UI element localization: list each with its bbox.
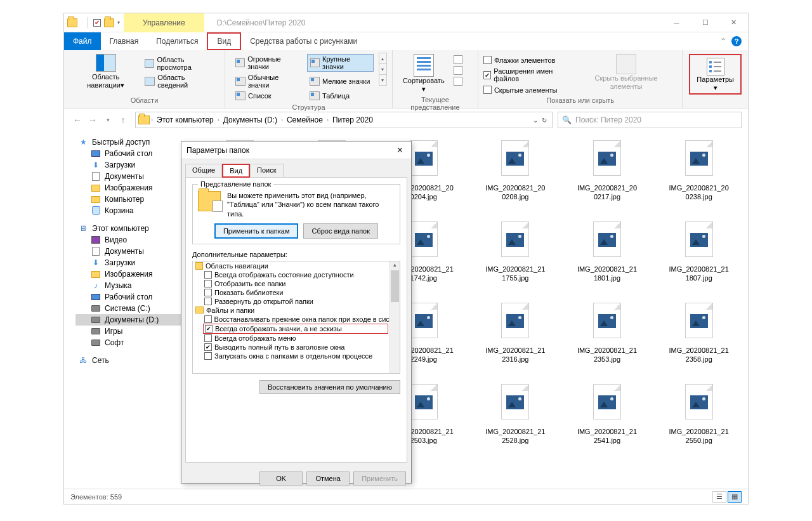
history-dropdown[interactable]: ▾ xyxy=(101,113,115,127)
dialog-titlebar[interactable]: Параметры папок ✕ xyxy=(181,142,411,159)
breadcrumb-segment[interactable]: Питер 2020 xyxy=(330,115,376,124)
group-by-button[interactable] xyxy=(454,55,462,64)
tree-soft[interactable]: Софт xyxy=(75,337,191,348)
ribbon-tab-view[interactable]: Вид xyxy=(207,32,241,50)
tab-search[interactable]: Поиск xyxy=(250,164,283,178)
address-bar[interactable]: › Этот компьютер › Документы (D:) › Семе… xyxy=(135,112,553,128)
ribbon-tab-file[interactable]: Файл xyxy=(64,32,101,50)
tree-desktop2[interactable]: Рабочий стол xyxy=(75,291,191,303)
tree-games[interactable]: Игры xyxy=(75,326,191,337)
tree-documents2[interactable]: Документы xyxy=(75,246,191,257)
layout-details-button[interactable]: Таблица xyxy=(307,91,374,101)
forward-button[interactable]: → xyxy=(86,113,100,127)
tree-computer[interactable]: Компьютер xyxy=(75,194,191,205)
file-item[interactable]: IMG_20200821_200208.jpg xyxy=(469,138,561,219)
chevron-right-icon[interactable]: › xyxy=(151,117,153,123)
maximize-button[interactable]: ☐ xyxy=(691,13,719,32)
minimize-button[interactable]: ─ xyxy=(662,13,691,32)
breadcrumb-segment[interactable]: Документы (D:) xyxy=(221,115,280,124)
adv-restore-prev[interactable]: Восстанавливать прежние окна папок при в… xyxy=(193,315,400,324)
layout-large-button[interactable]: Крупные значки xyxy=(307,54,374,72)
cancel-button[interactable]: Отмена xyxy=(306,472,350,485)
tree-downloads2[interactable]: ⬇Загрузки xyxy=(75,257,191,268)
scrollbar[interactable] xyxy=(390,261,400,373)
file-item[interactable]: IMG_20200821_212316.jpg xyxy=(469,300,561,381)
sort-by-button[interactable]: Сортировать▾ xyxy=(398,53,450,95)
folder-icon[interactable] xyxy=(67,18,77,28)
chevron-right-icon[interactable]: › xyxy=(327,117,329,123)
tab-general[interactable]: Общие xyxy=(185,164,222,178)
file-item[interactable]: IMG_20200821_211755.jpg xyxy=(469,219,561,300)
advanced-settings-tree[interactable]: Область навигации Всегда отображать сост… xyxy=(192,261,400,374)
tree-music[interactable]: ♪Музыка xyxy=(75,280,191,291)
adv-always-menus[interactable]: Всегда отображать меню xyxy=(193,334,400,343)
adv-files-folders[interactable]: Файлы и папки xyxy=(193,306,400,315)
file-item[interactable]: IMG_20200821_212528.jpg xyxy=(469,381,561,463)
file-item[interactable]: IMG_20200821_212353.jpg xyxy=(561,300,653,381)
navigation-tree[interactable]: ★Быстрый доступ Рабочий стол ⬇Загрузки Д… xyxy=(64,131,191,499)
tree-recycle[interactable]: Корзина xyxy=(75,205,191,216)
address-dropdown[interactable]: ⌄ xyxy=(533,117,538,124)
adv-full-path-title[interactable]: ✔Выводить полный путь в заголовке окна xyxy=(193,343,400,352)
icons-view-toggle[interactable]: ▦ xyxy=(728,491,742,503)
hidden-items-toggle[interactable]: Скрытые элементы xyxy=(483,85,575,95)
hide-selected-button[interactable]: Скрыть выбранные элементы xyxy=(575,53,678,92)
tree-this-pc[interactable]: 🖥Этот компьютер xyxy=(75,223,191,234)
file-item[interactable]: IMG_20200821_212550.jpg xyxy=(653,381,745,463)
adv-separate-process[interactable]: Запускать окна с папками в отдельном про… xyxy=(193,352,400,360)
chevron-up-icon[interactable]: ⌃ xyxy=(720,37,726,46)
help-icon[interactable]: ? xyxy=(731,36,742,46)
up-button[interactable]: ↑ xyxy=(116,113,130,127)
ribbon-tab-picture-tools[interactable]: Средства работы с рисунками xyxy=(241,32,366,50)
adv-icons-not-thumbs[interactable]: ✔Всегда отображать значки, а не эскизы xyxy=(203,324,388,334)
adv-expand-open[interactable]: Развернуть до открытой папки xyxy=(193,297,400,306)
layout-small-button[interactable]: Мелкие значки xyxy=(307,73,374,89)
tree-videos[interactable]: Видео xyxy=(75,234,191,246)
tree-network[interactable]: 🖧Сеть xyxy=(75,355,191,366)
context-tab-manage[interactable]: Управление xyxy=(124,13,204,32)
search-input[interactable]: 🔍 Поиск: Питер 2020 xyxy=(558,112,742,128)
tab-view[interactable]: Вид xyxy=(222,164,250,178)
title-bar[interactable]: ✔ ▾ Управление D:\Семейное\Питер 2020 ─ … xyxy=(64,13,748,32)
navigation-pane-button[interactable]: Область навигации▾ xyxy=(69,53,142,91)
ribbon-tab-home[interactable]: Главная xyxy=(101,32,148,50)
file-item[interactable]: IMG_20200821_211801.jpg xyxy=(561,219,653,300)
tree-sysdrive[interactable]: Система (C:) xyxy=(75,303,191,314)
file-extensions-toggle[interactable]: ✔Расширения имен файлов xyxy=(483,67,575,83)
chevron-right-icon[interactable]: › xyxy=(218,117,219,123)
close-button[interactable]: ✕ xyxy=(719,13,748,32)
file-item[interactable]: IMG_20200821_200217.jpg xyxy=(561,138,653,219)
file-item[interactable]: IMG_20200821_212541.jpg xyxy=(561,381,653,463)
breadcrumb-segment[interactable]: Семейное xyxy=(284,115,325,124)
size-columns-button[interactable] xyxy=(454,77,462,86)
adv-always-status[interactable]: Всегда отображать состояние доступности xyxy=(193,270,400,279)
chevron-down-icon[interactable]: ▾ xyxy=(116,20,121,25)
tree-documents[interactable]: Документы xyxy=(75,171,191,182)
preview-pane-button[interactable]: Область просмотра xyxy=(142,55,219,72)
adv-nav-area[interactable]: Область навигации xyxy=(193,261,400,270)
chevron-right-icon[interactable]: › xyxy=(281,117,283,123)
refresh-button[interactable]: ↻ xyxy=(542,117,547,124)
tree-quick-access[interactable]: ★Быстрый доступ xyxy=(75,136,191,148)
back-button[interactable]: ← xyxy=(70,113,84,127)
tree-downloads[interactable]: ⬇Загрузки xyxy=(75,159,191,171)
tree-docdrive[interactable]: Документы (D:) xyxy=(75,314,191,326)
new-folder-icon[interactable] xyxy=(104,18,114,28)
ok-button[interactable]: OK xyxy=(259,472,303,485)
add-columns-button[interactable] xyxy=(454,66,462,75)
restore-defaults-button[interactable]: Восстановить значения по умолчанию xyxy=(259,380,400,394)
tree-pictures2[interactable]: Изображения xyxy=(75,268,191,280)
details-view-toggle[interactable]: ☰ xyxy=(712,491,726,503)
file-item[interactable]: IMG_20200821_211807.jpg xyxy=(653,219,745,300)
details-pane-button[interactable]: Область сведений xyxy=(142,73,219,89)
tree-desktop[interactable]: Рабочий стол xyxy=(75,148,191,159)
file-item[interactable]: IMG_20200821_200238.jpg xyxy=(653,138,745,219)
reset-folders-button[interactable]: Сброс вида папок xyxy=(303,223,378,239)
apply-to-folders-button[interactable]: Применить к папкам xyxy=(214,223,299,239)
scrollbar-thumb[interactable] xyxy=(391,270,399,302)
adv-show-all[interactable]: Отобразить все папки xyxy=(193,279,400,288)
ribbon-tab-share[interactable]: Поделиться xyxy=(147,32,207,50)
apply-button[interactable]: Применить xyxy=(353,472,406,485)
adv-show-libs[interactable]: Показать библиотеки xyxy=(193,288,400,297)
layout-medium-button[interactable]: Обычные значки xyxy=(233,73,303,89)
